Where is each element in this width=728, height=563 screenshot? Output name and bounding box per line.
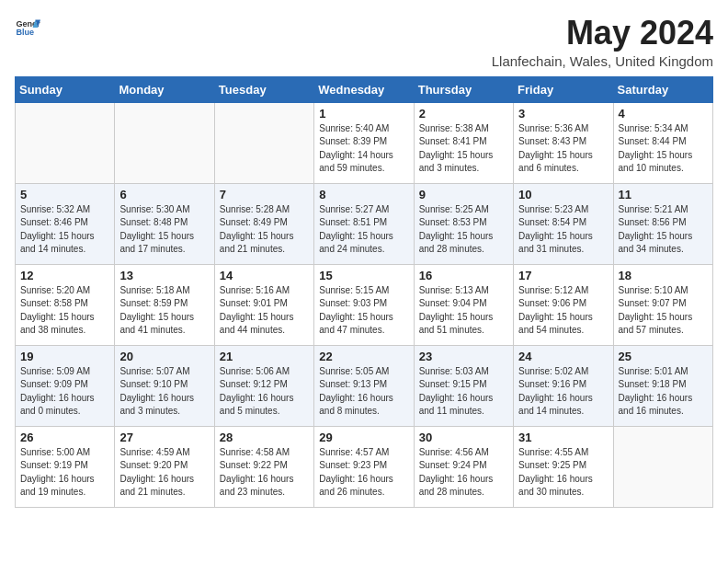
calendar-day-cell: 27Sunrise: 4:59 AM Sunset: 9:20 PM Dayli… [115, 426, 214, 507]
day-info: Sunrise: 4:56 AM Sunset: 9:24 PM Dayligh… [419, 446, 508, 500]
day-number: 29 [319, 431, 408, 444]
calendar-day-cell: 12Sunrise: 5:20 AM Sunset: 8:58 PM Dayli… [16, 264, 115, 345]
calendar-week-row: 12Sunrise: 5:20 AM Sunset: 8:58 PM Dayli… [16, 264, 713, 345]
day-number: 25 [619, 350, 708, 363]
day-info: Sunrise: 4:55 AM Sunset: 9:25 PM Dayligh… [518, 446, 608, 500]
calendar-day-cell: 5Sunrise: 5:32 AM Sunset: 8:46 PM Daylig… [16, 183, 115, 264]
calendar-day-cell: 9Sunrise: 5:25 AM Sunset: 8:53 PM Daylig… [414, 183, 513, 264]
day-number: 1 [319, 107, 408, 121]
day-number: 9 [419, 188, 508, 201]
day-number: 5 [20, 188, 109, 201]
day-of-week-header: Sunday [16, 76, 115, 102]
day-info: Sunrise: 5:36 AM Sunset: 8:43 PM Dayligh… [518, 122, 608, 176]
calendar-week-row: 5Sunrise: 5:32 AM Sunset: 8:46 PM Daylig… [16, 183, 713, 264]
day-info: Sunrise: 5:03 AM Sunset: 9:15 PM Dayligh… [419, 365, 508, 419]
day-info: Sunrise: 4:58 AM Sunset: 9:22 PM Dayligh… [220, 446, 309, 500]
day-number: 19 [20, 350, 109, 363]
day-of-week-header: Thursday [414, 76, 513, 102]
day-number: 21 [220, 350, 309, 363]
calendar-day-cell: 23Sunrise: 5:03 AM Sunset: 9:15 PM Dayli… [414, 345, 513, 426]
calendar-week-row: 26Sunrise: 5:00 AM Sunset: 9:19 PM Dayli… [16, 426, 713, 507]
calendar-day-cell: 4Sunrise: 5:34 AM Sunset: 8:44 PM Daylig… [613, 102, 712, 183]
day-number: 27 [119, 431, 209, 444]
empty-day-cell [115, 102, 214, 183]
day-info: Sunrise: 5:09 AM Sunset: 9:09 PM Dayligh… [20, 365, 109, 419]
day-number: 12 [20, 269, 109, 282]
location: Llanfechain, Wales, United Kingdom [492, 53, 713, 69]
calendar-day-cell: 14Sunrise: 5:16 AM Sunset: 9:01 PM Dayli… [214, 264, 313, 345]
day-info: Sunrise: 5:38 AM Sunset: 8:41 PM Dayligh… [419, 122, 508, 176]
day-number: 24 [518, 350, 608, 363]
day-info: Sunrise: 5:34 AM Sunset: 8:44 PM Dayligh… [619, 122, 708, 176]
logo-icon: General Blue [15, 15, 40, 40]
day-info: Sunrise: 5:10 AM Sunset: 9:07 PM Dayligh… [619, 284, 708, 338]
calendar-day-cell: 28Sunrise: 4:58 AM Sunset: 9:22 PM Dayli… [214, 426, 313, 507]
day-of-week-header: Tuesday [214, 76, 313, 102]
day-info: Sunrise: 5:01 AM Sunset: 9:18 PM Dayligh… [619, 365, 708, 419]
calendar-day-cell: 26Sunrise: 5:00 AM Sunset: 9:19 PM Dayli… [16, 426, 115, 507]
day-info: Sunrise: 5:32 AM Sunset: 8:46 PM Dayligh… [20, 203, 109, 257]
day-number: 2 [419, 107, 508, 121]
calendar-day-cell: 22Sunrise: 5:05 AM Sunset: 9:13 PM Dayli… [314, 345, 414, 426]
calendar-day-cell: 24Sunrise: 5:02 AM Sunset: 9:16 PM Dayli… [514, 345, 613, 426]
calendar-day-cell: 30Sunrise: 4:56 AM Sunset: 9:24 PM Dayli… [414, 426, 513, 507]
calendar-day-cell: 20Sunrise: 5:07 AM Sunset: 9:10 PM Dayli… [115, 345, 214, 426]
calendar-day-cell: 18Sunrise: 5:10 AM Sunset: 9:07 PM Dayli… [613, 264, 712, 345]
calendar-day-cell: 17Sunrise: 5:12 AM Sunset: 9:06 PM Dayli… [514, 264, 613, 345]
day-number: 28 [220, 431, 309, 444]
day-info: Sunrise: 5:02 AM Sunset: 9:16 PM Dayligh… [518, 365, 608, 419]
day-number: 7 [220, 188, 309, 201]
calendar-week-row: 1Sunrise: 5:40 AM Sunset: 8:39 PM Daylig… [16, 102, 713, 183]
day-number: 11 [619, 188, 708, 201]
day-info: Sunrise: 5:30 AM Sunset: 8:48 PM Dayligh… [119, 203, 209, 257]
day-info: Sunrise: 5:06 AM Sunset: 9:12 PM Dayligh… [220, 365, 309, 419]
calendar-day-cell: 29Sunrise: 4:57 AM Sunset: 9:23 PM Dayli… [314, 426, 414, 507]
calendar-day-cell: 2Sunrise: 5:38 AM Sunset: 8:41 PM Daylig… [414, 102, 513, 183]
calendar-day-cell: 15Sunrise: 5:15 AM Sunset: 9:03 PM Dayli… [314, 264, 414, 345]
day-info: Sunrise: 5:12 AM Sunset: 9:06 PM Dayligh… [518, 284, 608, 338]
day-info: Sunrise: 5:18 AM Sunset: 8:59 PM Dayligh… [119, 284, 209, 338]
calendar-day-cell: 1Sunrise: 5:40 AM Sunset: 8:39 PM Daylig… [314, 102, 414, 183]
title-block: May 2024 Llanfechain, Wales, United King… [492, 15, 713, 69]
calendar-day-cell: 31Sunrise: 4:55 AM Sunset: 9:25 PM Dayli… [514, 426, 613, 507]
empty-day-cell [613, 426, 712, 507]
month-year: May 2024 [492, 15, 713, 52]
calendar-day-cell: 13Sunrise: 5:18 AM Sunset: 8:59 PM Dayli… [115, 264, 214, 345]
day-info: Sunrise: 4:59 AM Sunset: 9:20 PM Dayligh… [119, 446, 209, 500]
day-info: Sunrise: 5:00 AM Sunset: 9:19 PM Dayligh… [20, 446, 109, 500]
day-number: 3 [518, 107, 608, 121]
day-number: 26 [20, 431, 109, 444]
day-info: Sunrise: 5:05 AM Sunset: 9:13 PM Dayligh… [319, 365, 408, 419]
day-of-week-header: Saturday [613, 76, 712, 102]
empty-day-cell [214, 102, 313, 183]
day-number: 31 [518, 431, 608, 444]
calendar-table: SundayMondayTuesdayWednesdayThursdayFrid… [15, 76, 713, 508]
empty-day-cell [16, 102, 115, 183]
day-number: 4 [619, 107, 708, 121]
day-number: 13 [119, 269, 209, 282]
day-info: Sunrise: 5:25 AM Sunset: 8:53 PM Dayligh… [419, 203, 508, 257]
day-of-week-header: Monday [115, 76, 214, 102]
day-of-week-header: Wednesday [314, 76, 414, 102]
day-info: Sunrise: 5:28 AM Sunset: 8:49 PM Dayligh… [220, 203, 309, 257]
calendar-day-cell: 3Sunrise: 5:36 AM Sunset: 8:43 PM Daylig… [514, 102, 613, 183]
calendar-day-cell: 19Sunrise: 5:09 AM Sunset: 9:09 PM Dayli… [16, 345, 115, 426]
day-number: 22 [319, 350, 408, 363]
day-number: 18 [619, 269, 708, 282]
logo: General Blue [15, 15, 40, 40]
day-info: Sunrise: 5:27 AM Sunset: 8:51 PM Dayligh… [319, 203, 408, 257]
calendar-week-row: 19Sunrise: 5:09 AM Sunset: 9:09 PM Dayli… [16, 345, 713, 426]
day-number: 10 [518, 188, 608, 201]
page-header: General Blue May 2024 Llanfechain, Wales… [15, 15, 713, 69]
day-of-week-header: Friday [514, 76, 613, 102]
svg-text:Blue: Blue [16, 28, 34, 37]
day-number: 6 [119, 188, 209, 201]
calendar-day-cell: 8Sunrise: 5:27 AM Sunset: 8:51 PM Daylig… [314, 183, 414, 264]
day-number: 23 [419, 350, 508, 363]
day-number: 17 [518, 269, 608, 282]
calendar-day-cell: 11Sunrise: 5:21 AM Sunset: 8:56 PM Dayli… [613, 183, 712, 264]
calendar-day-cell: 7Sunrise: 5:28 AM Sunset: 8:49 PM Daylig… [214, 183, 313, 264]
day-info: Sunrise: 5:20 AM Sunset: 8:58 PM Dayligh… [20, 284, 109, 338]
calendar-day-cell: 10Sunrise: 5:23 AM Sunset: 8:54 PM Dayli… [514, 183, 613, 264]
day-info: Sunrise: 5:23 AM Sunset: 8:54 PM Dayligh… [518, 203, 608, 257]
